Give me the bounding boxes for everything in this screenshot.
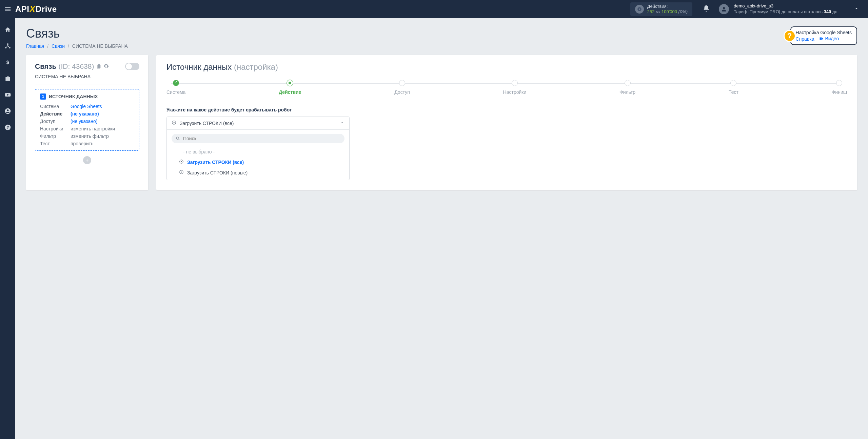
- info-icon: i: [635, 5, 644, 14]
- source-test[interactable]: проверить: [71, 141, 134, 146]
- breadcrumb: Главная / Связи / СИСТЕМА НЕ ВЫБРАНА: [26, 43, 128, 49]
- dropdown-search[interactable]: [172, 134, 344, 143]
- connection-toggle[interactable]: [125, 63, 139, 70]
- play-icon: [172, 120, 176, 126]
- notifications-icon[interactable]: [703, 5, 710, 14]
- logo-x: X: [30, 4, 36, 14]
- nav-account-icon[interactable]: [4, 108, 11, 116]
- chevron-up-icon: [340, 120, 344, 126]
- svg-text:?: ?: [6, 125, 9, 129]
- actions-used: 252: [647, 9, 655, 14]
- step-test[interactable]: Тест: [729, 80, 738, 95]
- logo-api: API: [15, 4, 29, 14]
- step-finish[interactable]: Финиш: [832, 80, 847, 95]
- help-title: Настройка Google Sheets: [796, 30, 852, 35]
- action-prompt: Укажите на какое действие будет срабатыв…: [166, 107, 847, 112]
- breadcrumb-links[interactable]: Связи: [52, 43, 65, 49]
- logo[interactable]: API X Drive: [15, 4, 57, 14]
- step-system[interactable]: Система: [166, 80, 185, 95]
- nav-briefcase-icon[interactable]: [4, 75, 11, 83]
- source-settings[interactable]: изменить настройки: [71, 126, 134, 131]
- stepper: Система Действие Доступ Настройки Фильтр…: [166, 80, 847, 95]
- dropdown-search-input[interactable]: [183, 136, 340, 141]
- breadcrumb-home[interactable]: Главная: [26, 43, 44, 49]
- source-system-link[interactable]: Google Sheets: [71, 104, 102, 109]
- dropdown-selected: Загрузить СТРОКИ (все): [180, 121, 234, 126]
- logo-drive: Drive: [36, 4, 57, 14]
- source-number: 1: [40, 93, 46, 100]
- step-access[interactable]: Доступ: [394, 80, 410, 95]
- nav-billing-icon[interactable]: $: [4, 59, 11, 67]
- nav-connections-icon[interactable]: [4, 43, 11, 51]
- source-box: 1 ИСТОЧНИК ДАННЫХ Система Google Sheets …: [35, 89, 139, 151]
- dropdown-option-new[interactable]: Загрузить СТРОКИ (новые): [172, 167, 344, 178]
- actions-total: 100'000: [662, 9, 677, 14]
- user-name: demo_apix-drive_s3: [734, 3, 837, 9]
- svg-point-5: [9, 47, 10, 48]
- copy-icon[interactable]: [96, 62, 101, 70]
- step-action[interactable]: Действие: [279, 80, 301, 95]
- svg-point-9: [7, 109, 8, 111]
- source-config-panel: Источник данных (настройка) Система Дейс…: [156, 55, 857, 190]
- hamburger-menu[interactable]: [0, 5, 15, 13]
- connection-card: Связь (ID: 43638) СИСТЕМА НЕ ВЫБРАНА 1 И…: [26, 55, 148, 190]
- help-link[interactable]: Справка: [796, 36, 814, 42]
- svg-point-3: [7, 43, 8, 45]
- connection-status: СИСТЕМА НЕ ВЫБРАНА: [35, 74, 139, 79]
- panel-title: Источник данных: [166, 62, 232, 71]
- svg-text:$: $: [6, 59, 9, 65]
- source-title: ИСТОЧНИК ДАННЫХ: [49, 94, 98, 99]
- dropdown-option-all[interactable]: Загрузить СТРОКИ (все): [172, 157, 344, 167]
- gear-icon[interactable]: [103, 62, 109, 70]
- source-action-link[interactable]: (не указано): [71, 111, 99, 117]
- avatar-icon: [719, 4, 729, 14]
- help-badge-icon[interactable]: ?: [784, 30, 796, 42]
- source-filter[interactable]: изменить фильтр: [71, 133, 134, 139]
- play-icon: [179, 170, 184, 175]
- svg-point-13: [176, 137, 179, 139]
- source-access-link[interactable]: (не указано): [71, 119, 98, 124]
- help-video-link[interactable]: Видео: [819, 36, 839, 41]
- breadcrumb-current: СИСТЕМА НЕ ВЫБРАНА: [72, 43, 128, 49]
- actions-counter[interactable]: i Действия: 252 из 100'000 (0%): [630, 2, 692, 16]
- nav-help-icon[interactable]: ?: [4, 124, 11, 132]
- help-box: ? Настройка Google Sheets Справка Видео: [790, 26, 857, 45]
- actions-label: Действия:: [647, 4, 688, 9]
- user-menu[interactable]: demo_apix-drive_s3 Тариф |Премиум PRO| д…: [719, 3, 868, 15]
- dropdown-toggle[interactable]: Загрузить СТРОКИ (все): [167, 117, 349, 129]
- action-dropdown: Загрузить СТРОКИ (все) - не выбрано - За…: [166, 117, 350, 180]
- step-filter[interactable]: Фильтр: [619, 80, 635, 95]
- chevron-down-icon: [854, 6, 859, 13]
- nav-video-icon[interactable]: [4, 91, 11, 100]
- connection-name: Связь: [35, 62, 56, 70]
- svg-point-2: [723, 7, 725, 9]
- step-settings[interactable]: Настройки: [503, 80, 527, 95]
- page-title: Связь: [26, 26, 128, 41]
- play-icon: [179, 159, 184, 165]
- search-icon: [176, 136, 180, 141]
- add-destination-button[interactable]: +: [83, 156, 91, 164]
- nav-home-icon[interactable]: [4, 26, 11, 35]
- connection-id: (ID: 43638): [58, 62, 94, 70]
- svg-point-4: [5, 47, 6, 48]
- dropdown-option-none[interactable]: - не выбрано -: [172, 147, 344, 157]
